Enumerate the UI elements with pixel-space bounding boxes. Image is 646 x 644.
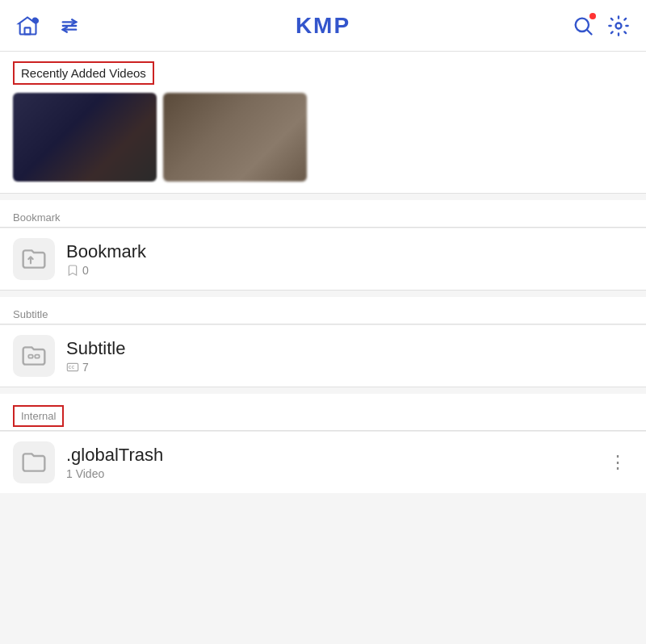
video-thumbnail-1[interactable]	[13, 93, 157, 182]
settings-button[interactable]	[607, 15, 630, 37]
cc-count-icon	[66, 361, 79, 374]
app-header: ⚙ KMP	[0, 0, 646, 52]
bookmark-count-icon	[66, 264, 79, 277]
video-thumbnails	[13, 93, 633, 193]
svg-rect-10	[35, 355, 39, 358]
svg-line-7	[587, 30, 591, 34]
folder-icon-wrapper	[13, 441, 55, 483]
divider-subtitle-bottom	[0, 387, 646, 387]
folder-icon	[21, 450, 47, 475]
svg-rect-9	[28, 355, 32, 358]
bookmark-item-info: Bookmark 0	[66, 241, 633, 277]
svg-rect-0	[25, 27, 31, 34]
cc-folder-icon	[21, 343, 47, 369]
bookmark-folder-icon-wrapper	[13, 238, 55, 280]
search-button[interactable]	[572, 15, 594, 37]
global-trash-item[interactable]: .globalTrash 1 Video ⋮	[0, 431, 646, 493]
subtitle-item-info: Subtitle 7	[66, 338, 633, 374]
bookmark-item[interactable]: Bookmark 0	[0, 228, 646, 290]
divider-1	[0, 193, 646, 194]
sort-icon	[58, 15, 81, 37]
recently-added-label: Recently Added Videos	[13, 61, 154, 85]
recently-added-section: Recently Added Videos	[0, 52, 646, 193]
header-left: ⚙	[16, 15, 81, 37]
subtitle-item-name: Subtitle	[66, 338, 633, 359]
home-button[interactable]: ⚙	[16, 15, 39, 37]
header-right	[572, 15, 630, 37]
cc-folder-icon-wrapper	[13, 335, 55, 377]
bookmark-item-name: Bookmark	[66, 241, 633, 262]
subtitle-item[interactable]: Subtitle 7	[0, 324, 646, 387]
header-center: KMP	[296, 13, 350, 39]
bookmark-category-label: Bookmark	[0, 200, 646, 227]
settings-icon	[607, 15, 630, 37]
global-trash-count: 1 Video	[66, 467, 602, 480]
bookmark-item-count: 0	[66, 264, 633, 277]
internal-category-label: Internal	[13, 405, 64, 427]
bookmark-folder-icon	[21, 246, 47, 272]
sort-button[interactable]	[58, 15, 81, 37]
home-icon: ⚙	[16, 15, 39, 37]
notification-dot	[589, 13, 596, 19]
global-trash-info: .globalTrash 1 Video	[66, 445, 602, 480]
svg-point-8	[616, 23, 622, 28]
global-trash-name: .globalTrash	[66, 445, 602, 466]
app-title: KMP	[296, 13, 350, 38]
divider-bookmark-bottom	[0, 290, 646, 291]
subtitle-section: Subtitle Subtitle 7	[0, 297, 646, 387]
internal-section: Internal .globalTrash 1 Video ⋮	[0, 394, 646, 493]
recently-added-label-wrapper: Recently Added Videos	[13, 61, 633, 85]
bookmark-section: Bookmark Bookmark 0	[0, 200, 646, 291]
svg-text:⚙: ⚙	[34, 18, 38, 23]
subtitle-category-label: Subtitle	[0, 297, 646, 324]
video-thumbnail-2[interactable]	[163, 93, 307, 182]
more-button[interactable]: ⋮	[602, 449, 633, 476]
subtitle-item-count: 7	[66, 361, 633, 374]
main-content: Recently Added Videos Bookmark Bookmark	[0, 52, 646, 644]
internal-label-area: Internal	[0, 394, 646, 430]
